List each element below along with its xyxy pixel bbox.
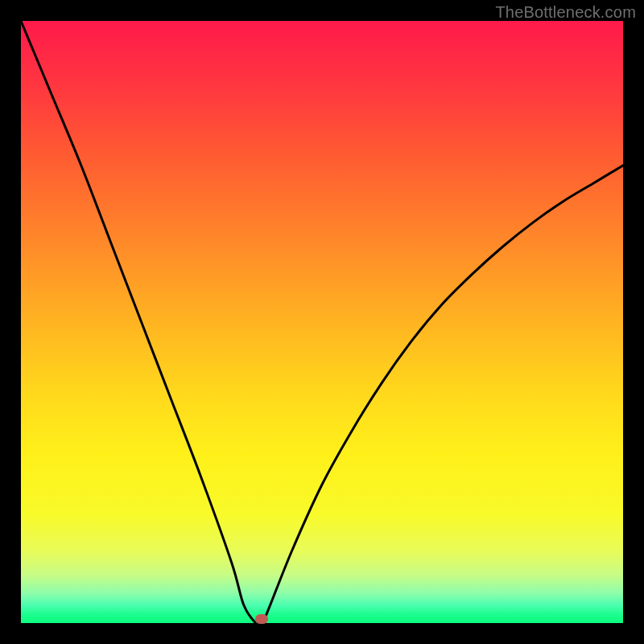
- optimum-marker: [255, 614, 268, 624]
- bottleneck-curve: [21, 21, 623, 623]
- plot-area: [21, 21, 623, 623]
- chart-frame: TheBottleneck.com: [0, 0, 644, 644]
- attribution-text: TheBottleneck.com: [495, 3, 636, 22]
